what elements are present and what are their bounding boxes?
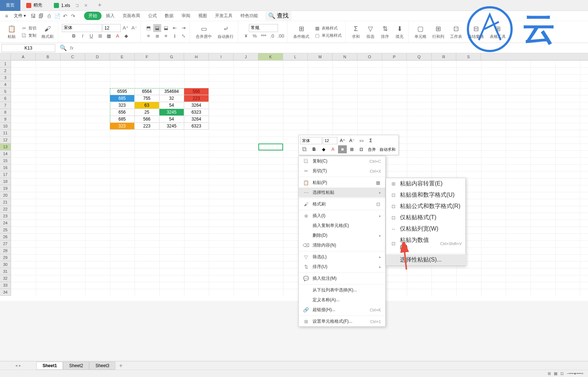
mini-merge-icon[interactable]: ▭ [357, 137, 366, 145]
col-header-R[interactable]: R [432, 53, 456, 60]
mini-bold-icon[interactable]: B [310, 145, 318, 153]
font-color-button[interactable]: A [114, 32, 122, 40]
sub-transpose[interactable]: ⊞粘贴内容转置(E) [386, 178, 466, 189]
indent-inc-icon[interactable]: ⇥ [179, 24, 187, 32]
col-header-H[interactable]: H [184, 53, 209, 60]
bold-button[interactable]: B [70, 32, 78, 40]
ctx-define-name[interactable]: 定义名称(A)... [299, 295, 385, 305]
cell-reference-input[interactable] [1, 44, 55, 52]
row-header-8[interactable]: 8 [0, 109, 11, 116]
row-header-13[interactable]: 13 [0, 144, 11, 150]
row-header-24[interactable]: 24 [0, 220, 11, 227]
cell-G9[interactable]: 54 [159, 116, 184, 123]
cell-H6[interactable]: 223 [184, 95, 209, 102]
sub-as-values[interactable]: ⊡粘贴为数值(V)Ctrl+Shift+V [386, 235, 466, 252]
thousands-icon[interactable]: ᵒᵒᵒ [259, 32, 267, 40]
distribute-icon[interactable]: ⫿ [171, 32, 179, 40]
col-header-O[interactable]: O [357, 53, 382, 60]
dec-font-icon[interactable]: A⁻ [130, 24, 138, 32]
sub-values-fmt[interactable]: ⊡粘贴值和数字格式(U) [386, 189, 466, 201]
ctx-clear[interactable]: ⌫清除内容(N) [299, 240, 385, 250]
view-break-icon[interactable]: ⊡ [560, 371, 564, 376]
row-header-27[interactable]: 27 [0, 240, 11, 247]
tab-layout[interactable]: 页面布局 [119, 11, 144, 20]
row-header-15[interactable]: 15 [0, 157, 11, 164]
ctx-comment[interactable]: 💬插入批注(M) [299, 274, 385, 283]
freeze-button[interactable]: ⊟冻结窗格 [466, 24, 486, 39]
add-tab-button[interactable]: + [94, 1, 106, 9]
select-all-corner[interactable] [0, 53, 11, 60]
row-header-33[interactable]: 33 [0, 282, 11, 289]
italic-button[interactable]: I [79, 32, 87, 40]
col-header-J[interactable]: J [234, 53, 258, 60]
row-header-1[interactable]: 1 [0, 60, 11, 67]
tools-button[interactable]: ⊞表格工具 [488, 24, 508, 39]
view-normal-icon[interactable]: ⊞ [548, 371, 551, 376]
cell-E7[interactable]: 323 [110, 102, 135, 109]
row-header-25[interactable]: 25 [0, 227, 11, 233]
row-header-23[interactable]: 23 [0, 213, 11, 220]
sub-col-width[interactable]: ↔仅粘贴列宽(W) [386, 223, 466, 235]
align-middle-icon[interactable]: ⬓ [153, 24, 161, 32]
worksheet-button[interactable]: ⊡工作表 [448, 24, 464, 39]
cut-button[interactable]: ✂剪切 [20, 25, 38, 32]
mini-merge-label[interactable]: 合并 [366, 147, 377, 152]
ctx-insert[interactable]: ⊕插入(I)▸ [299, 211, 385, 221]
cond-format-button[interactable]: ⊞条件格式 [291, 24, 311, 39]
col-header-B[interactable]: B [36, 53, 60, 60]
row-header-9[interactable]: 9 [0, 116, 11, 123]
align-left-icon[interactable]: ≡ [144, 32, 152, 40]
col-header-I[interactable]: I [209, 53, 234, 60]
row-header-34[interactable]: 34 [0, 289, 11, 296]
cell-H5[interactable]: 566 [184, 88, 209, 95]
col-header-F[interactable]: F [135, 53, 159, 60]
wrap-button[interactable]: ⤶自动换行 [215, 24, 236, 39]
cell-H10[interactable]: 6323 [184, 123, 209, 130]
col-header-K[interactable]: K [258, 53, 283, 60]
merge-button[interactable]: ▭合并居中 [194, 24, 214, 39]
mini-fill-icon[interactable]: ◆ [319, 145, 328, 153]
tab-review[interactable]: 审阅 [178, 11, 194, 20]
row-header-10[interactable]: 10 [0, 123, 11, 130]
cell-G10[interactable]: 3245 [159, 123, 184, 130]
close-icon[interactable]: ✕ [84, 3, 88, 8]
col-header-C[interactable]: C [60, 53, 85, 60]
undo-icon[interactable]: ↶ [61, 12, 69, 20]
tab-docer[interactable]: 稻壳 [20, 0, 48, 11]
mini-sum-icon[interactable]: Σ [366, 137, 375, 145]
cell-H8[interactable]: 6323 [184, 109, 209, 116]
row-header-3[interactable]: 3 [0, 74, 11, 81]
tab-formula[interactable]: 公式 [144, 11, 160, 20]
zoom-control[interactable]: −━━●━━+ [567, 371, 584, 376]
row-header-22[interactable]: 22 [0, 206, 11, 213]
ctx-hyperlink[interactable]: 🔗超链接(H)...Ctrl+K [299, 305, 385, 315]
fx-icon[interactable]: fx [70, 45, 74, 51]
ctx-delete[interactable]: 删除(D)▸ [299, 231, 385, 240]
col-header-Q[interactable]: Q [407, 53, 432, 60]
redo-icon[interactable]: ↷ [69, 12, 77, 20]
mini-font-select[interactable] [300, 137, 322, 144]
col-header-P[interactable]: P [382, 53, 407, 60]
orientation-icon[interactable]: ⤡ [179, 32, 187, 40]
sub-only-fmt[interactable]: ⊡仅粘贴格式(T) [386, 212, 466, 223]
row-header-11[interactable]: 11 [0, 130, 11, 137]
number-format-select[interactable] [249, 24, 278, 32]
row-header-18[interactable]: 18 [0, 178, 11, 185]
mini-inc-font-icon[interactable]: A⁺ [338, 137, 347, 145]
sheet-nav[interactable]: ◂ ▸ [0, 363, 36, 368]
align-bottom-icon[interactable]: ⬓ [162, 24, 170, 32]
percent-icon[interactable]: % [251, 32, 259, 40]
sub-formulas-fmt[interactable]: ⊡粘贴公式和数字格式(R) [386, 201, 466, 212]
cell-G8[interactable]: 3245 [159, 109, 184, 116]
col-header-E[interactable]: E [110, 53, 135, 60]
tab-file[interactable]: 1.xls⊐✕ [48, 0, 94, 11]
row-header-5[interactable]: 5 [0, 88, 11, 95]
indent-dec-icon[interactable]: ⇤ [171, 24, 179, 32]
sub-paste-special[interactable]: 选择性粘贴(S)... [386, 254, 466, 266]
print-preview-icon[interactable]: 📄 [53, 12, 61, 20]
cell-F9[interactable]: 566 [135, 116, 159, 123]
row-header-29[interactable]: 29 [0, 254, 11, 261]
pin-icon[interactable]: ⊐ [75, 3, 79, 8]
mini-dec-font-icon[interactable]: A⁻ [347, 137, 356, 145]
menu-icon[interactable]: ≡ [3, 12, 10, 20]
